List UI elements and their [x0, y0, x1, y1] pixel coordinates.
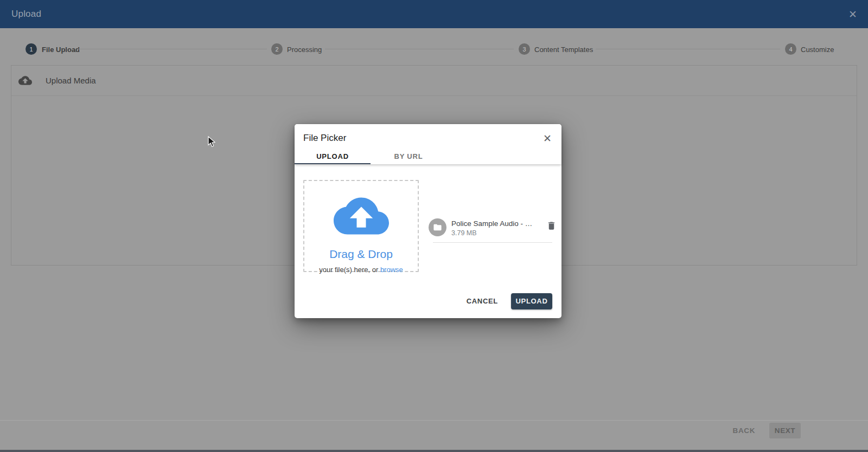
upload-media-header: Upload Media: [11, 66, 857, 96]
step-number: 3: [522, 46, 526, 53]
next-button[interactable]: NEXT: [769, 423, 801, 438]
wizard-actions: BACK NEXT: [726, 422, 801, 439]
drag-drop-subtext: your file(s) here, or browse: [319, 266, 403, 274]
footer-divider: [0, 420, 868, 421]
step-connector: [78, 49, 267, 49]
drag-drop-heading: Drag & Drop: [329, 248, 393, 261]
upload-button[interactable]: UPLOAD: [511, 293, 552, 309]
tab-by-url[interactable]: BY URL: [371, 148, 446, 164]
step-connector: [325, 49, 514, 49]
step-label-customize: Customize: [801, 46, 834, 54]
dialog-actions: CANCEL UPLOAD: [461, 293, 552, 309]
step-number: 4: [789, 46, 792, 53]
file-size: 3.79 MB: [451, 229, 477, 237]
step-label-content-templates: Content Templates: [534, 46, 593, 54]
upload-media-title: Upload Media: [46, 76, 96, 85]
cancel-button[interactable]: CANCEL: [461, 293, 503, 309]
file-picker-header: File Picker ✕ UPLOAD BY URL: [295, 124, 561, 164]
file-name: Police Sample Audio - DEM…: [451, 219, 537, 228]
file-list-divider: [433, 242, 552, 243]
step-number: 2: [275, 46, 278, 53]
trash-icon[interactable]: [546, 221, 557, 233]
step-circle-processing: 2: [271, 43, 283, 55]
step-label-processing: Processing: [287, 46, 322, 54]
step-connector: [596, 49, 780, 49]
step-circle-content-templates: 3: [519, 43, 530, 55]
uploaded-file-row: Police Sample Audio - DEM… 3.79 MB: [429, 218, 558, 243]
step-circle-customize: 4: [785, 43, 796, 55]
file-picker-body: Drag & Drop your file(s) here, or browse…: [295, 164, 561, 318]
browse-link[interactable]: browse: [380, 266, 403, 274]
step-label-file-upload: File Upload: [42, 46, 80, 54]
folder-icon: [429, 218, 446, 236]
active-tab-indicator: [295, 163, 371, 164]
back-button[interactable]: BACK: [726, 422, 762, 439]
step-number: 1: [29, 46, 33, 53]
tab-bar: UPLOAD BY URL: [295, 148, 446, 164]
close-icon[interactable]: ✕: [541, 132, 554, 145]
cloud-upload-icon: [334, 193, 389, 241]
cloud-upload-icon: [18, 74, 32, 87]
step-circle-file-upload: 1: [25, 43, 37, 55]
tab-upload[interactable]: UPLOAD: [295, 148, 371, 164]
dialog-title: File Picker: [303, 133, 346, 144]
drag-drop-zone[interactable]: Drag & Drop your file(s) here, or browse: [303, 180, 419, 272]
stepper: 1 File Upload 2 Processing 3 Content Tem…: [0, 0, 868, 60]
bottom-bar: [0, 450, 868, 452]
file-picker-dialog: File Picker ✕ UPLOAD BY URL Drag & Drop …: [295, 124, 561, 318]
drag-drop-subtext-text: your file(s) here, or: [319, 266, 380, 274]
